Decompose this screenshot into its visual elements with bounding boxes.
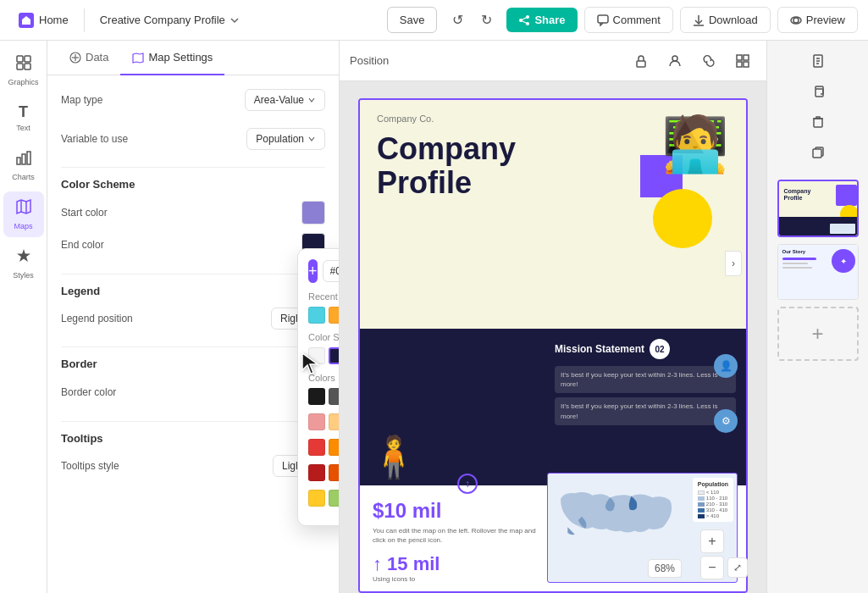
align-icon-button[interactable] <box>661 47 688 75</box>
sidebar-item-maps[interactable]: Maps <box>3 191 44 237</box>
svg-rect-13 <box>17 64 23 69</box>
link-icon-button[interactable] <box>695 47 722 75</box>
preview-button[interactable]: Preview <box>777 7 858 33</box>
color-lime-sat[interactable] <box>329 490 340 507</box>
slide-thumb-2[interactable]: Our Story ✦ <box>777 244 859 300</box>
color-red-mid[interactable] <box>308 439 325 456</box>
redo-button[interactable]: ↻ <box>473 7 500 34</box>
expand-button[interactable]: ⤢ <box>727 557 748 578</box>
document-icon <box>811 54 825 68</box>
mission-info-box-2: It's best if you keep your text within 2… <box>555 397 736 424</box>
share-button[interactable]: Share <box>506 8 577 32</box>
recent-color-1[interactable] <box>308 307 325 324</box>
thumbnail-wrapper-2: 2 Our Story ✦ <box>777 244 859 300</box>
sidebar-item-graphics[interactable]: Graphics <box>3 47 44 93</box>
sidebar-item-text[interactable]: T Text <box>3 97 44 139</box>
border-section-title: Border <box>61 357 325 370</box>
color-black[interactable] <box>308 388 325 405</box>
maps-icon <box>15 198 32 219</box>
svg-line-4 <box>521 17 528 20</box>
variable-row: Variable to use Population <box>61 128 325 150</box>
copy-icon <box>811 85 825 98</box>
color-orange-dark[interactable] <box>329 464 340 481</box>
slide-thumb-1[interactable]: CompanyProfile <box>777 180 859 237</box>
grid-icon-button[interactable] <box>729 47 756 75</box>
graphics-icon <box>15 54 32 75</box>
doc-title[interactable]: Creative Company Profile <box>91 8 249 31</box>
main-layout: Graphics T Text Charts Maps <box>0 41 868 593</box>
lock-icon-button[interactable] <box>628 47 655 75</box>
download-button[interactable]: Download <box>680 7 771 33</box>
tooltips-section: Tooltips Tooltips style Light <box>61 432 325 477</box>
map-type-row: Map type Area-Value <box>61 89 325 111</box>
variable-label: Variable to use <box>61 133 128 145</box>
slide-1[interactable]: Company Co. Company Profile <box>358 98 748 593</box>
stats-section: ↕ $10 mil You can edit the map on the le… <box>373 499 542 583</box>
scheme-color-1[interactable] <box>308 347 325 364</box>
color-yellow-sat[interactable] <box>308 490 325 507</box>
variable-dropdown[interactable]: Population <box>246 128 325 150</box>
graphics-label: Graphics <box>8 78 38 86</box>
svg-rect-26 <box>637 61 645 67</box>
recent-color-2[interactable] <box>329 307 340 324</box>
scheme-colors-title: Color Scheme - Original <box>308 332 340 342</box>
variable-section: Variable to use Population <box>61 128 325 150</box>
canvas-scroll[interactable]: › Company Co. Company Profile <box>340 81 766 593</box>
comment-icon <box>597 14 609 26</box>
home-button[interactable]: Home <box>10 8 77 33</box>
thumb-2-circle: ✦ <box>832 249 855 273</box>
svg-marker-18 <box>17 200 30 213</box>
svg-rect-11 <box>17 56 23 62</box>
svg-point-9 <box>793 18 799 23</box>
legend-item-4: 310 - 410 <box>698 507 728 513</box>
undo-button[interactable]: ↺ <box>444 7 471 34</box>
tab-map-settings[interactable]: Map Settings <box>120 41 224 75</box>
zoom-out-button[interactable]: − <box>700 556 724 579</box>
panel-divider-2 <box>61 274 325 274</box>
text-label: Text <box>16 124 30 132</box>
tab-data[interactable]: Data <box>58 41 120 75</box>
map-type-dropdown[interactable]: Area-Value <box>245 89 325 111</box>
styles-icon <box>15 247 32 269</box>
copy-icon-button[interactable] <box>804 78 832 105</box>
mission-header: Mission Statement 02 <box>555 339 736 359</box>
right-thumbnails-panel: 1 CompanyProfile 2 Ou <box>766 41 868 593</box>
comment-button[interactable]: Comment <box>584 7 673 33</box>
svg-rect-14 <box>25 64 30 69</box>
sidebar-item-charts[interactable]: Charts <box>3 142 44 188</box>
svg-marker-24 <box>133 53 143 63</box>
start-color-row: Start color <box>61 201 325 224</box>
start-color-swatch[interactable] <box>301 201 325 224</box>
scheme-color-2[interactable] <box>329 347 340 364</box>
canvas-toolbar: Position <box>340 41 766 81</box>
svg-marker-0 <box>22 16 30 25</box>
left-panel: Data Map Settings Map type Area-Value <box>47 41 340 593</box>
charts-icon <box>15 149 32 170</box>
color-picker-add-button[interactable]: + <box>308 259 318 283</box>
color-orange-mid[interactable] <box>329 439 340 456</box>
slide-title: Company Profile <box>377 132 516 199</box>
add-slide-button[interactable]: + <box>777 307 859 361</box>
color-red-light[interactable] <box>308 413 325 430</box>
delete-icon-button[interactable] <box>804 108 832 136</box>
tooltips-style-row: Tooltips style Light <box>61 455 325 477</box>
add-page-icon-button[interactable] <box>804 47 832 75</box>
color-hex-input[interactable] <box>323 260 340 282</box>
color-orange-light[interactable] <box>329 413 340 430</box>
slide-number-2: 2 <box>766 267 767 277</box>
slide-thumb-1-inner: CompanyProfile <box>779 181 859 236</box>
legend-section: Legend Legend position Right <box>61 285 325 330</box>
zoom-in-button[interactable]: + <box>700 529 724 553</box>
home-icon <box>19 13 34 28</box>
title-line1: Company <box>377 132 516 166</box>
icon-sidebar: Graphics T Text Charts Maps <box>0 41 47 593</box>
duplicate-icon-button[interactable] <box>804 139 832 166</box>
color-red-dark[interactable] <box>308 464 325 481</box>
sidebar-item-styles[interactable]: Styles <box>3 241 44 286</box>
map-type-label: Map type <box>61 94 102 106</box>
collapse-panel-button[interactable]: › <box>725 251 742 276</box>
color-darkgray[interactable] <box>329 388 340 405</box>
map-type-section: Map type Area-Value <box>61 89 325 111</box>
slide-canvas: Company Co. Company Profile <box>358 98 748 593</box>
save-button[interactable]: Save <box>387 7 438 33</box>
